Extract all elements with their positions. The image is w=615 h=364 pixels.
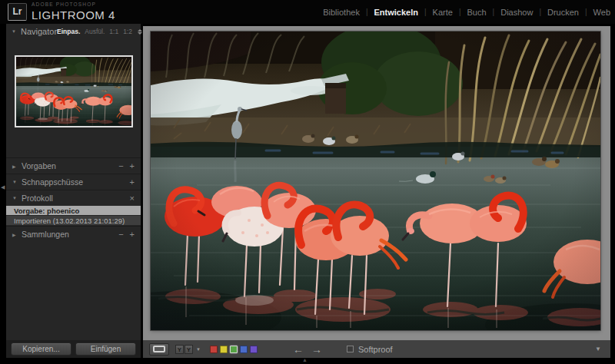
color-label-purple[interactable] — [250, 346, 258, 353]
navigator-title: Navigator — [21, 27, 57, 36]
chevron-down-icon[interactable]: ▼ — [12, 196, 22, 200]
chevron-right-icon[interactable]: ▶ — [12, 164, 22, 169]
brand-line-small: ADOBE PHOTOSHOP — [32, 2, 115, 8]
panel-header-schnappschuesse[interactable]: ▼ Schnappschüsse + — [6, 174, 141, 190]
photo-canvas[interactable] — [151, 31, 600, 330]
module-separator: | — [493, 8, 495, 16]
color-label-red[interactable] — [210, 346, 218, 353]
toolbar-options-dropdown-icon[interactable]: ▼ — [595, 346, 601, 352]
before-after-left-button[interactable]: Y — [175, 345, 184, 354]
panel-title: Schnappschüsse — [22, 177, 124, 187]
loupe-view-icon — [153, 346, 165, 352]
module-picker: Bibliothek | Entwickeln | Karte | Buch |… — [322, 0, 611, 24]
color-label-swatches — [210, 346, 258, 353]
module-tab-drucken[interactable]: Drucken — [547, 8, 580, 17]
navigator-zoom-options: Einpas. Ausfül. 1:1 1:2 — [57, 28, 142, 35]
remove-collection-icon[interactable]: − — [118, 230, 123, 239]
panel-title: Vorgaben — [22, 161, 112, 170]
filmstrip-rail[interactable]: ▲ — [0, 358, 615, 364]
navigator-preview-area — [6, 39, 141, 157]
zoom-fit-option[interactable]: Einpas. — [57, 28, 80, 35]
right-panel-rail[interactable] — [610, 24, 615, 358]
left-panel: ▼ Navigator Einpas. Ausfül. 1:1 1:2 ▶ Vo… — [6, 24, 141, 340]
zoom-1-2-option[interactable]: 1:2 — [123, 28, 132, 35]
add-snapshot-icon[interactable]: + — [130, 177, 135, 187]
develop-toolbar: Y Y ▼ ← → Softproof ▼ — [143, 340, 610, 358]
before-after-group: Y Y ▼ — [175, 345, 201, 354]
navigator-header[interactable]: ▼ Navigator Einpas. Ausfül. 1:1 1:2 — [6, 24, 141, 39]
panel-title: Sammlungen — [22, 230, 112, 239]
loupe-view-button[interactable] — [149, 343, 169, 356]
lightroom-logo: Lr — [8, 3, 27, 21]
remove-preset-icon[interactable]: − — [118, 161, 123, 170]
zoom-fill-option[interactable]: Ausfül. — [85, 28, 105, 35]
add-preset-icon[interactable]: + — [130, 161, 135, 170]
develop-content-area — [143, 26, 610, 340]
chevron-down-icon[interactable]: ▼ — [12, 29, 21, 34]
module-separator: | — [585, 8, 587, 16]
chevron-down-icon[interactable]: ▼ — [12, 180, 22, 184]
left-panel-footer: Kopieren... Einfügen — [6, 340, 141, 358]
left-panel-rail[interactable]: ◀ — [0, 24, 6, 358]
copy-settings-button[interactable]: Kopieren... — [11, 342, 71, 356]
zoom-1-1-option[interactable]: 1:1 — [109, 28, 118, 35]
panel-empty-space — [6, 242, 141, 340]
module-separator: | — [459, 8, 461, 16]
module-tab-bibliothek[interactable]: Bibliothek — [322, 8, 361, 17]
color-label-yellow[interactable] — [220, 346, 228, 353]
navigator-preview[interactable] — [15, 55, 133, 127]
show-filmstrip-icon[interactable]: ▲ — [302, 357, 308, 362]
collapse-left-panel-icon[interactable]: ◀ — [1, 184, 5, 190]
module-tab-entwickeln[interactable]: Entwickeln — [374, 8, 419, 17]
panel-header-protokoll[interactable]: ▼ Protokoll × — [6, 190, 141, 206]
panel-header-vorgaben[interactable]: ▶ Vorgaben − + — [6, 157, 141, 174]
photo-nav-arrows: ← → — [293, 343, 322, 356]
module-tab-buch[interactable]: Buch — [467, 8, 487, 17]
history-item-preset[interactable]: Vorgabe: phoenico — [6, 206, 141, 215]
module-tab-karte[interactable]: Karte — [432, 8, 454, 17]
color-label-blue[interactable] — [240, 346, 248, 353]
before-after-dropdown-icon[interactable]: ▼ — [196, 347, 201, 352]
panel-title: Protokoll — [22, 194, 124, 203]
softproof-label: Softproof — [358, 345, 393, 354]
panel-header-sammlungen[interactable]: ▶ Sammlungen − + — [6, 226, 141, 242]
add-collection-icon[interactable]: + — [130, 230, 135, 239]
softproof-checkbox[interactable] — [347, 346, 354, 352]
color-label-green[interactable] — [230, 346, 238, 353]
brand-line-large: LIGHTROOM 4 — [32, 9, 115, 21]
module-separator: | — [539, 8, 541, 16]
paste-settings-button[interactable]: Einfügen — [75, 342, 136, 356]
module-separator: | — [424, 8, 427, 16]
clear-history-icon[interactable]: × — [130, 194, 135, 203]
zoom-ratio-spinner-icon[interactable] — [138, 29, 142, 35]
softproof-control: Softproof — [347, 345, 393, 354]
lightroom-window: Lr ADOBE PHOTOSHOP LIGHTROOM 4 Bibliothe… — [0, 0, 615, 364]
history-item-import[interactable]: Importieren (13.02.2013 21:01:29) — [6, 216, 141, 225]
app-brand: ADOBE PHOTOSHOP LIGHTROOM 4 — [32, 2, 115, 21]
module-tab-diashow[interactable]: Diashow — [500, 8, 534, 17]
before-after-right-button[interactable]: Y — [184, 345, 193, 354]
next-photo-button[interactable]: → — [311, 343, 322, 356]
module-separator: | — [366, 8, 368, 16]
previous-photo-button[interactable]: ← — [293, 343, 304, 356]
module-tab-web[interactable]: Web — [593, 8, 611, 17]
chevron-right-icon[interactable]: ▶ — [12, 232, 22, 237]
top-bar: Lr ADOBE PHOTOSHOP LIGHTROOM 4 Bibliothe… — [0, 0, 615, 24]
